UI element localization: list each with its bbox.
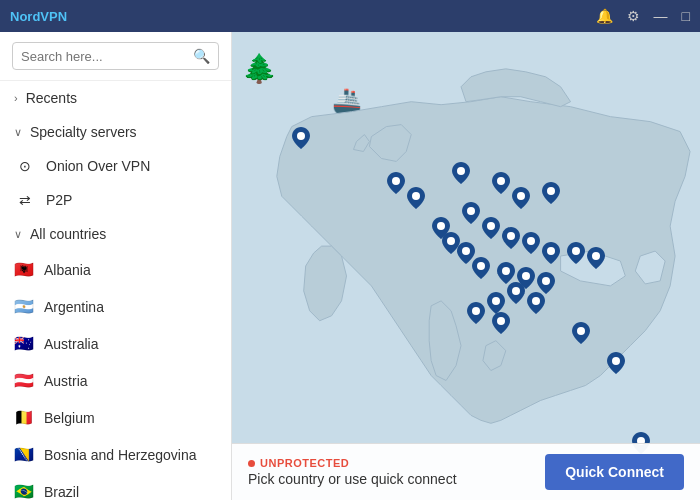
- pin-iceland[interactable]: [292, 127, 310, 149]
- onion-over-vpn-item[interactable]: ⊙ Onion Over VPN: [0, 149, 231, 183]
- pin-italy[interactable]: [467, 302, 485, 324]
- country-list: 🇦🇱Albania🇦🇷Argentina🇦🇺Australia🇦🇹Austria…: [0, 251, 231, 500]
- pin-poland1[interactable]: [522, 232, 540, 254]
- flag-australia: 🇦🇺: [14, 334, 34, 353]
- pin-turkey[interactable]: [572, 322, 590, 344]
- pin-finland[interactable]: [542, 182, 560, 204]
- svg-point-19: [542, 277, 550, 285]
- pin-greece[interactable]: [492, 312, 510, 334]
- svg-point-3: [457, 167, 465, 175]
- country-label: Bosnia and Herzegovina: [44, 447, 197, 463]
- svg-point-10: [527, 237, 535, 245]
- country-item-austria[interactable]: 🇦🇹Austria: [0, 362, 231, 399]
- recents-section[interactable]: › Recents: [0, 81, 231, 115]
- titlebar-left: NordVPN: [10, 9, 67, 24]
- pin-poland2[interactable]: [542, 242, 560, 264]
- search-icon: 🔍: [193, 48, 210, 64]
- svg-point-23: [472, 307, 480, 315]
- pin-uk2[interactable]: [407, 187, 425, 209]
- flag-argentina: 🇦🇷: [14, 297, 34, 316]
- country-label: Australia: [44, 336, 98, 352]
- svg-point-17: [502, 267, 510, 275]
- pin-ireland[interactable]: [432, 217, 450, 239]
- search-input[interactable]: [21, 49, 193, 64]
- pin-sweden1[interactable]: [492, 172, 510, 194]
- pin-germany2[interactable]: [502, 227, 520, 249]
- p2p-item[interactable]: ⇄ P2P: [0, 183, 231, 217]
- pin-austria[interactable]: [497, 262, 515, 284]
- svg-point-12: [572, 247, 580, 255]
- specialty-servers-section[interactable]: ∨ Specialty servers: [0, 115, 231, 149]
- pin-denmark[interactable]: [462, 202, 480, 224]
- map-area: 🌲 🚢: [232, 32, 700, 500]
- country-item-albania[interactable]: 🇦🇱Albania: [0, 251, 231, 288]
- svg-point-28: [612, 357, 620, 365]
- flag-brazil: 🇧🇷: [14, 482, 34, 500]
- unprotected-dot: [248, 460, 255, 467]
- bottom-bar: UNPROTECTED Pick country or use quick co…: [232, 443, 700, 500]
- onion-over-vpn-label: Onion Over VPN: [46, 158, 150, 174]
- pins-container: [232, 32, 700, 500]
- pin-ukraine[interactable]: [567, 242, 585, 264]
- pin-france[interactable]: [472, 257, 490, 279]
- minimize-icon[interactable]: —: [654, 8, 668, 24]
- recents-arrow: ›: [14, 92, 18, 104]
- svg-point-4: [497, 177, 505, 185]
- status-text: Pick country or use quick connect: [248, 471, 457, 487]
- country-label: Brazil: [44, 484, 79, 500]
- pin-germany1[interactable]: [482, 217, 500, 239]
- all-countries-label: All countries: [30, 226, 106, 242]
- country-label: Austria: [44, 373, 88, 389]
- country-item-belgium[interactable]: 🇧🇪Belgium: [0, 399, 231, 436]
- unprotected-label: UNPROTECTED: [248, 457, 457, 469]
- search-bar: 🔍: [0, 32, 231, 81]
- all-countries-section[interactable]: ∨ All countries: [0, 217, 231, 251]
- country-item-brazil[interactable]: 🇧🇷Brazil: [0, 473, 231, 500]
- specialty-arrow: ∨: [14, 126, 22, 139]
- svg-point-24: [497, 317, 505, 325]
- recents-label: Recents: [26, 90, 77, 106]
- status-section: UNPROTECTED Pick country or use quick co…: [248, 457, 457, 487]
- flag-austria: 🇦🇹: [14, 371, 34, 390]
- pin-georgia[interactable]: [607, 352, 625, 374]
- svg-point-22: [492, 297, 500, 305]
- settings-icon[interactable]: ⚙: [627, 8, 640, 24]
- svg-point-8: [487, 222, 495, 230]
- specialty-servers-label: Specialty servers: [30, 124, 137, 140]
- pin-albania[interactable]: [487, 292, 505, 314]
- svg-point-13: [592, 252, 600, 260]
- p2p-label: P2P: [46, 192, 72, 208]
- svg-point-15: [462, 247, 470, 255]
- country-item-australia[interactable]: 🇦🇺Australia: [0, 325, 231, 362]
- pin-romania[interactable]: [537, 272, 555, 294]
- country-label: Belgium: [44, 410, 95, 426]
- pin-sweden2[interactable]: [512, 187, 530, 209]
- svg-point-16: [477, 262, 485, 270]
- country-label: Albania: [44, 262, 91, 278]
- svg-point-9: [507, 232, 515, 240]
- svg-point-20: [512, 287, 520, 295]
- countries-arrow: ∨: [14, 228, 22, 241]
- pin-russia[interactable]: [587, 247, 605, 269]
- svg-point-6: [547, 187, 555, 195]
- flag-bosnia-and-herzegovina: 🇧🇦: [14, 445, 34, 464]
- pin-serbia[interactable]: [507, 282, 525, 304]
- country-item-bosnia-and-herzegovina[interactable]: 🇧🇦Bosnia and Herzegovina: [0, 436, 231, 473]
- flag-albania: 🇦🇱: [14, 260, 34, 279]
- notification-icon[interactable]: 🔔: [596, 8, 613, 24]
- main-layout: 🔍 › Recents ∨ Specialty servers ⊙ Onion …: [0, 32, 700, 500]
- pin-uk1[interactable]: [387, 172, 405, 194]
- titlebar: NordVPN 🔔 ⚙ — □: [0, 0, 700, 32]
- maximize-icon[interactable]: □: [682, 8, 690, 24]
- pin-norway[interactable]: [452, 162, 470, 184]
- pin-bulgaria[interactable]: [527, 292, 545, 314]
- onion-icon: ⊙: [14, 158, 36, 174]
- country-item-argentina[interactable]: 🇦🇷Argentina: [0, 288, 231, 325]
- titlebar-controls: 🔔 ⚙ — □: [596, 8, 690, 24]
- svg-point-11: [547, 247, 555, 255]
- search-input-wrap[interactable]: 🔍: [12, 42, 219, 70]
- sidebar-scroll: › Recents ∨ Specialty servers ⊙ Onion Ov…: [0, 81, 231, 500]
- quick-connect-button[interactable]: Quick Connect: [545, 454, 684, 490]
- country-label: Argentina: [44, 299, 104, 315]
- svg-point-0: [297, 132, 305, 140]
